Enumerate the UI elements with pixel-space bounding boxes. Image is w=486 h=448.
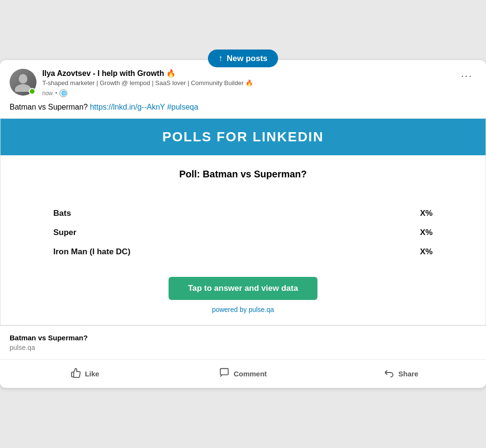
post-body-text: Batman vs Superman? [10, 103, 88, 111]
post-link[interactable]: https://lnkd.in/g--AknY [90, 103, 165, 111]
separator: • [55, 90, 57, 97]
poll-option-pct: X% [420, 209, 433, 218]
post-time: now [42, 90, 53, 97]
poll-card: POLLS FOR LINKEDIN Poll: Batman vs Super… [0, 118, 486, 325]
poll-option-label: Bats [53, 209, 71, 218]
author-info: Ilya Azovtsev - I help with Growth 🔥 T-s… [42, 69, 451, 97]
poll-cta-wrap: Tap to answer and view data [15, 277, 471, 300]
poll-option-row[interactable]: Iron Man (I hate DC) X% [15, 242, 471, 261]
poll-header-bar: POLLS FOR LINKEDIN [0, 119, 486, 155]
poll-powered-by: powered by pulse.qa [15, 306, 471, 313]
post-meta: now • 🌐 [42, 89, 451, 97]
post-card: ↑ New posts Ilya Azovtsev - I help with … [0, 60, 486, 387]
poll-option-row[interactable]: Super X% [15, 223, 471, 242]
new-posts-pill[interactable]: ↑ New posts [208, 50, 278, 67]
post-hashtag[interactable]: #pulseqa [167, 103, 198, 111]
poll-option-pct: X% [420, 228, 433, 237]
avatar-wrap [10, 69, 36, 96]
svg-point-0 [19, 74, 27, 84]
poll-option-label: Iron Man (I hate DC) [53, 247, 131, 257]
poll-option-label: Super [53, 228, 76, 237]
author-tagline: T-shaped marketer | Growth @ lempod | Sa… [42, 79, 451, 87]
globe-icon: 🌐 [60, 89, 67, 97]
more-options-button[interactable]: ··· [457, 69, 476, 83]
poll-cta-button[interactable]: Tap to answer and view data [169, 277, 317, 300]
comment-button[interactable]: Comment [164, 361, 322, 386]
poll-options: Bats X% Super X% Iron Man (I hate DC) X% [15, 204, 471, 261]
online-status-dot [29, 88, 36, 95]
new-posts-label: New posts [227, 54, 267, 63]
poll-header-title: POLLS FOR LINKEDIN [0, 129, 486, 145]
share-icon [384, 367, 394, 378]
action-bar: LikeCommentShare [0, 359, 486, 388]
share-button[interactable]: Share [322, 361, 480, 386]
new-posts-arrow-icon: ↑ [219, 53, 223, 63]
share-label: Share [398, 370, 418, 378]
post-text: Batman vs Superman? https://lnkd.in/g--A… [0, 103, 486, 118]
poll-option-row[interactable]: Bats X% [15, 204, 471, 223]
author-name[interactable]: Ilya Azovtsev - I help with Growth 🔥 [42, 69, 451, 78]
link-preview[interactable]: Batman vs Superman? pulse.qa [0, 325, 486, 359]
svg-rect-2 [220, 368, 229, 374]
poll-body: Poll: Batman vs Superman? Bats X% Super … [0, 155, 486, 325]
like-icon [71, 367, 81, 378]
poll-option-pct: X% [420, 247, 433, 257]
poll-question: Poll: Batman vs Superman? [15, 169, 471, 180]
comment-label: Comment [233, 370, 267, 378]
comment-icon [219, 367, 230, 378]
like-label: Like [85, 370, 99, 378]
like-button[interactable]: Like [6, 361, 164, 386]
link-preview-title: Batman vs Superman? [10, 334, 476, 342]
link-preview-domain: pulse.qa [10, 344, 476, 351]
